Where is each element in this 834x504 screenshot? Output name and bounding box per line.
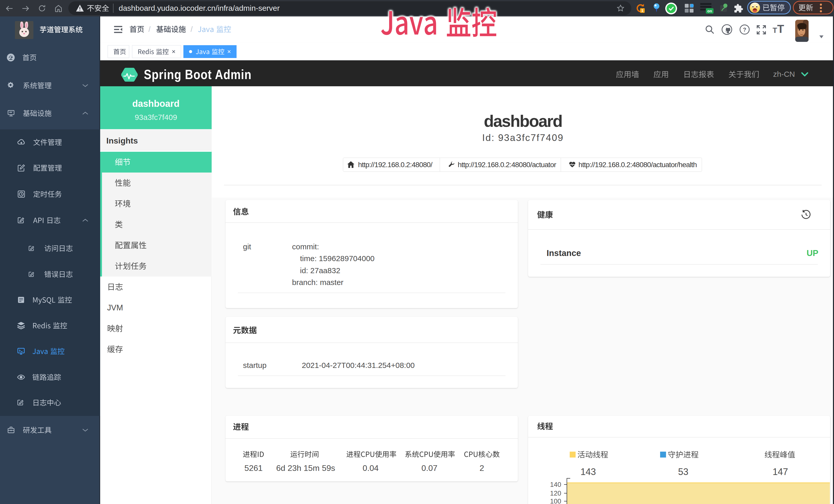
svg-text:on: on (707, 9, 712, 13)
svg-text:1: 1 (641, 8, 643, 13)
svg-text:?: ? (743, 26, 746, 33)
